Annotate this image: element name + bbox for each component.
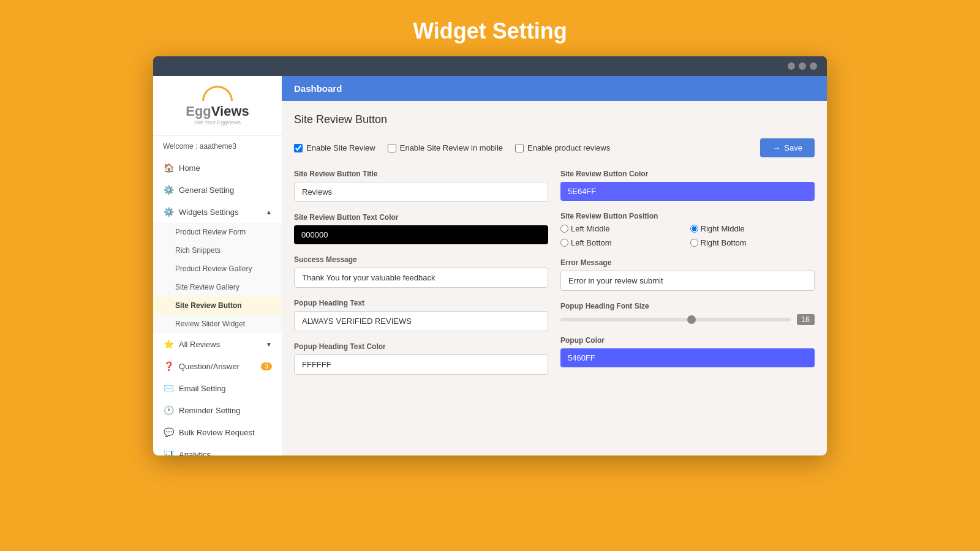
error-message-input[interactable] [560,271,815,291]
font-size-slider-container: 16 [560,314,815,325]
sidebar-item-widgets-label: Widgets Settings [179,208,239,217]
enable-product-label: Enable product reviews [527,143,610,152]
popup-heading-text-color-group: Popup Heading Text Color [294,342,548,375]
sidebar-item-rich-snippets[interactable]: Rich Snippets [153,241,282,260]
sidebar-item-analytics[interactable]: 📊 Analytics [153,443,282,455]
right-middle-radio[interactable] [690,225,698,233]
save-button-label: Save [784,143,802,152]
checkboxes-group: Enable Site Review Enable Site Review in… [294,143,610,152]
font-size-slider-thumb[interactable] [687,315,696,324]
popup-heading-text-group: Popup Heading Text [294,299,548,331]
sidebar-item-review-slider-widget[interactable]: Review Slider Widget [153,315,282,333]
logo-views: Views [211,103,249,119]
browser-dot-2 [799,62,806,70]
button-color-label: Site Review Button Color [560,170,815,178]
browser-titlebar [153,56,827,76]
dashboard-header: Dashboard [282,76,827,101]
sidebar: EggViews Get Your Eggviews Welcome : aaa… [153,76,282,455]
sub-nav-widgets: Product Review Form Rich Snippets Produc… [153,223,282,333]
star-icon: ⭐ [163,339,174,349]
sidebar-item-analytics-label: Analytics [179,450,211,456]
button-color-group: Site Review Button Color [560,170,815,201]
radio-group-position: Left Middle Right Middle Left Bottom [560,224,815,247]
popup-heading-text-input[interactable] [294,311,548,331]
logo-arch-icon [202,86,233,101]
enable-site-review-checkbox[interactable]: Enable Site Review [294,143,375,152]
right-middle-label: Right Middle [701,224,745,233]
error-message-group: Error Message [560,258,815,291]
sidebar-item-home-label: Home [179,163,200,173]
save-button[interactable]: → Save [760,138,815,157]
browser-dot-3 [810,62,817,70]
popup-color-input[interactable] [560,348,815,367]
popup-font-size-label: Popup Heading Font Size [560,302,815,310]
sidebar-item-reminder-label: Reminder Setting [179,406,240,415]
sidebar-item-question-answer[interactable]: ❓ Question/Answer 3 [153,355,282,377]
popup-heading-text-color-input[interactable] [294,354,548,375]
logo-egg: Egg [186,103,211,119]
left-bottom-label: Left Bottom [571,238,611,247]
content-area: Site Review Button Enable Site Review En… [282,101,827,387]
enable-mobile-checkbox[interactable]: Enable Site Review in mobile [388,143,503,152]
sidebar-item-all-reviews[interactable]: ⭐ All Reviews ▼ [153,333,282,355]
sidebar-logo: EggViews Get Your Eggviews [153,76,282,136]
enable-site-review-label: Enable Site Review [306,143,375,152]
left-bottom-radio-label[interactable]: Left Bottom [560,238,685,247]
sidebar-item-email-label: Email Setting [179,384,226,393]
font-size-slider-track [560,318,791,321]
right-bottom-radio[interactable] [690,239,698,247]
sidebar-item-product-review-gallery[interactable]: Product Review Gallery [153,260,282,278]
sidebar-item-home[interactable]: 🏠 Home [153,157,282,179]
home-icon: 🏠 [163,163,174,173]
sidebar-item-bulk-review-request[interactable]: 💬 Bulk Review Request [153,421,282,443]
button-position-label: Site Review Button Position [560,212,815,220]
form-right-col: Site Review Button Color Site Review But… [560,170,815,375]
all-reviews-arrow-icon: ▼ [266,341,272,348]
site-review-title-input[interactable] [294,182,548,202]
browser-body: EggViews Get Your Eggviews Welcome : aaa… [153,76,827,455]
sidebar-item-reminder-setting[interactable]: 🕐 Reminder Setting [153,399,282,421]
chart-icon: 📊 [163,449,174,455]
enable-product-input[interactable] [515,144,524,152]
sidebar-item-all-reviews-label: All Reviews [179,340,220,349]
text-color-label: Site Review Button Text Color [294,213,548,222]
left-middle-radio[interactable] [560,225,568,233]
browser-dot-1 [788,62,795,70]
enable-product-checkbox[interactable]: Enable product reviews [515,143,610,152]
font-size-value: 16 [797,314,815,325]
text-color-input[interactable] [294,225,548,244]
enable-mobile-input[interactable] [388,144,396,152]
question-icon: ❓ [163,361,174,371]
enable-site-review-input[interactable] [294,144,303,152]
widgets-arrow-icon: ▲ [266,209,272,216]
popup-font-size-group: Popup Heading Font Size 16 [560,302,815,325]
right-middle-radio-label[interactable]: Right Middle [690,224,815,233]
section-title: Site Review Button [294,113,815,126]
success-message-input[interactable] [294,268,548,288]
success-message-group: Success Message [294,255,548,288]
sidebar-item-site-review-button[interactable]: Site Review Button [153,296,282,315]
left-middle-label: Left Middle [571,224,610,233]
text-color-group: Site Review Button Text Color [294,213,548,244]
sidebar-item-qa-label: Question/Answer [179,362,239,371]
popup-color-label: Popup Color [560,336,815,345]
save-arrow-icon: → [772,143,780,152]
sidebar-item-product-review-form[interactable]: Product Review Form [153,223,282,241]
popup-color-group: Popup Color [560,336,815,367]
right-bottom-radio-label[interactable]: Right Bottom [690,238,815,247]
left-bottom-radio[interactable] [560,239,568,247]
sidebar-item-general-setting[interactable]: ⚙️ General Setting [153,179,282,201]
right-bottom-label: Right Bottom [701,238,747,247]
email-icon: ✉️ [163,383,174,393]
button-position-group: Site Review Button Position Left Middle … [560,212,815,247]
sidebar-item-bulk-label: Bulk Review Request [179,428,255,437]
gear-icon: ⚙️ [163,185,174,195]
sidebar-item-email-setting[interactable]: ✉️ Email Setting [153,377,282,399]
sidebar-item-widgets-settings[interactable]: ⚙️ Widgets Settings ▲ [153,201,282,223]
site-review-title-label: Site Review Button Title [294,170,548,178]
sidebar-item-site-review-gallery[interactable]: Site Review Gallery [153,278,282,296]
button-color-input[interactable] [560,182,815,201]
enable-mobile-label: Enable Site Review in mobile [400,143,503,152]
left-middle-radio-label[interactable]: Left Middle [560,224,685,233]
browser-window: EggViews Get Your Eggviews Welcome : aaa… [153,56,827,455]
